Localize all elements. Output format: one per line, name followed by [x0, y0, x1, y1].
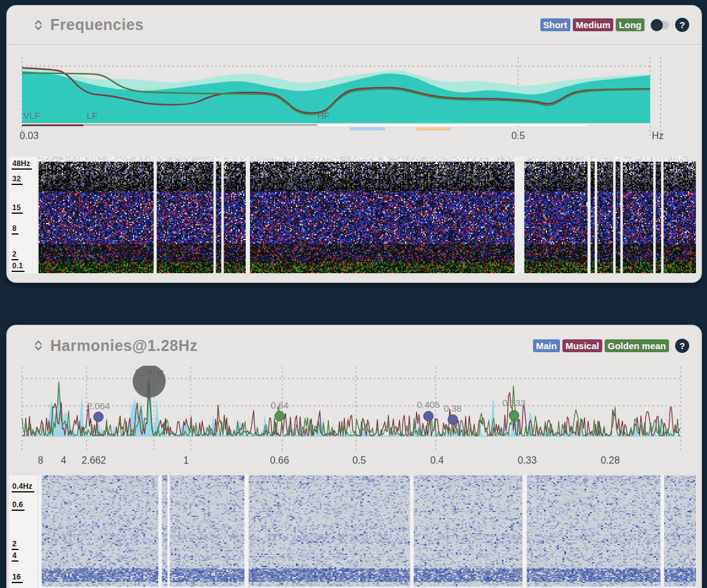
harmonies-panel: Harmonies@1.28Hz MainMusicalGolden mean …	[6, 325, 702, 588]
harmonies-spectrogram: 0.4Hz0.62416	[7, 475, 701, 588]
frequencies-panel: Frequencies ShortMediumLong ? Hz VLFLFHF…	[6, 5, 702, 283]
x-tick-1: 1	[183, 455, 189, 466]
harmonies-header: Harmonies@1.28Hz MainMusicalGolden mean …	[7, 325, 701, 366]
window-length-toggle[interactable]	[652, 21, 669, 29]
collapse-panel-icon[interactable]	[34, 18, 43, 32]
x-tick-0-5: 0.5	[512, 130, 525, 141]
legend-tag-medium[interactable]: Medium	[573, 18, 614, 31]
frequencies-spectrogram: 48Hz3215820.1	[7, 157, 701, 273]
frequencies-header-controls: ShortMediumLong ?	[538, 18, 690, 32]
collapse-panel-icon[interactable]	[34, 339, 43, 352]
frequencies-header-left: Frequencies	[34, 16, 144, 34]
frequencies-chart-canvas[interactable]	[7, 48, 701, 153]
harmonies-title: Harmonies@1.28Hz	[50, 337, 198, 355]
scale-label-32: 32	[12, 175, 23, 185]
harmonies-header-controls: MainMusicalGolden mean ?	[531, 339, 689, 353]
x-tick-2-662: 2.662	[81, 455, 106, 466]
frequencies-chart-area: Hz VLFLFHF0.030.5	[7, 48, 701, 157]
legend-tag-golden-mean[interactable]: Golden mean	[605, 339, 669, 352]
legend-tag-main[interactable]: Main	[533, 339, 560, 352]
x-tick-0-5: 0.5	[352, 455, 366, 466]
peak-label-0-405: 0.405	[417, 399, 440, 410]
frequencies-spectrogram-scale: 48Hz3215820.1	[9, 157, 37, 273]
legend-tag-long[interactable]: Long	[616, 18, 645, 31]
harmonies-spectrogram-canvas[interactable]	[39, 475, 696, 588]
peak-label-1-28hz: 1.28Hz	[135, 367, 164, 377]
scale-label-16: 16	[12, 573, 23, 583]
frequencies-legend: ShortMediumLong	[538, 18, 645, 31]
frequencies-spectrogram-canvas[interactable]	[39, 157, 696, 273]
peak-label-2-064: 2.064	[87, 401, 110, 411]
scale-label-0-1: 0.1	[12, 262, 25, 272]
x-axis-unit-label: Hz	[652, 130, 664, 141]
peak-label-0-333: 0.333	[502, 398, 526, 408]
scale-label-48hz: 48Hz	[12, 159, 32, 170]
harmonies-legend: MainMusicalGolden mean	[531, 339, 669, 352]
harmonies-help-button[interactable]: ?	[675, 339, 689, 353]
scale-label-2: 2	[12, 250, 18, 260]
x-tick-0-03: 0.03	[20, 130, 39, 141]
peak-label-0-38: 0.38	[444, 403, 461, 413]
legend-tag-short[interactable]: Short	[540, 18, 570, 31]
frequencies-header: Frequencies ShortMediumLong ?	[7, 6, 701, 45]
band-label-hf: HF	[317, 110, 330, 121]
frequencies-title: Frequencies	[50, 16, 144, 34]
harmonies-spectrogram-scale: 0.4Hz0.62416	[9, 475, 37, 588]
scale-label-0-4hz: 0.4Hz	[12, 482, 34, 492]
scale-label-8: 8	[12, 224, 18, 235]
legend-tag-musical[interactable]: Musical	[562, 339, 602, 352]
app-background: Frequencies ShortMediumLong ? Hz VLFLFHF…	[0, 0, 707, 588]
harmonies-chart-area: 842.66210.660.50.40.330.281.28Hz2.0640.6…	[7, 366, 701, 475]
x-tick-4: 4	[61, 455, 66, 466]
scale-label-0-6: 0.6	[12, 500, 25, 511]
band-label-vlf: VLF	[23, 110, 40, 121]
scale-label-2: 2	[12, 540, 18, 550]
x-tick-8: 8	[38, 455, 43, 466]
x-tick-0-4: 0.4	[430, 455, 444, 466]
x-tick-0-28: 0.28	[600, 455, 619, 466]
harmonies-header-left: Harmonies@1.28Hz	[34, 337, 198, 355]
band-label-lf: LF	[87, 110, 98, 121]
toggle-knob-icon	[651, 19, 663, 31]
scale-label-4: 4	[12, 551, 18, 562]
peak-label-0-64: 0.64	[271, 400, 289, 410]
x-tick-0-33: 0.33	[518, 455, 537, 466]
scale-label-15: 15	[12, 203, 23, 214]
x-tick-0-66: 0.66	[270, 455, 289, 466]
frequencies-help-button[interactable]: ?	[675, 18, 689, 32]
